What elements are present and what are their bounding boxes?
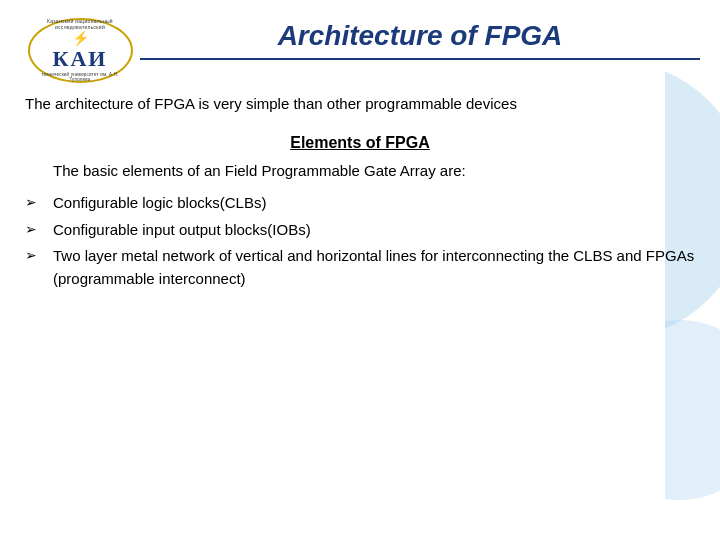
logo-circle: Казанский национальный исследовательский… — [28, 18, 133, 83]
header: Казанский национальный исследовательский… — [20, 15, 700, 85]
elements-heading: Elements of FPGA — [25, 134, 695, 152]
slide: Казанский национальный исследовательский… — [0, 0, 720, 540]
logo-wings-icon: ⚡ — [72, 30, 89, 46]
intro-paragraph: The architecture of FPGA is very simple … — [25, 93, 695, 116]
title-underline — [140, 58, 700, 60]
bullet-list: Configurable logic blocks(CLBs)Configura… — [25, 192, 695, 290]
logo-text-top: Казанский национальный исследовательский — [35, 18, 125, 30]
page-title: Architecture of FPGA — [278, 20, 563, 52]
list-item: Configurable input output blocks(IOBs) — [25, 219, 695, 242]
basic-elements-text: The basic elements of an Field Programma… — [53, 160, 695, 183]
logo-area: Казанский национальный исследовательский… — [20, 15, 140, 85]
logo-kai-text: КАИ — [53, 46, 108, 72]
list-item: Configurable logic blocks(CLBs) — [25, 192, 695, 215]
deco-circle-small — [665, 320, 720, 500]
logo-text-bottom: технический университет им. А.Н. Туполев… — [35, 72, 125, 82]
content-area: The architecture of FPGA is very simple … — [20, 93, 700, 290]
title-area: Architecture of FPGA — [140, 15, 700, 60]
list-item: Two layer metal network of vertical and … — [25, 245, 695, 290]
